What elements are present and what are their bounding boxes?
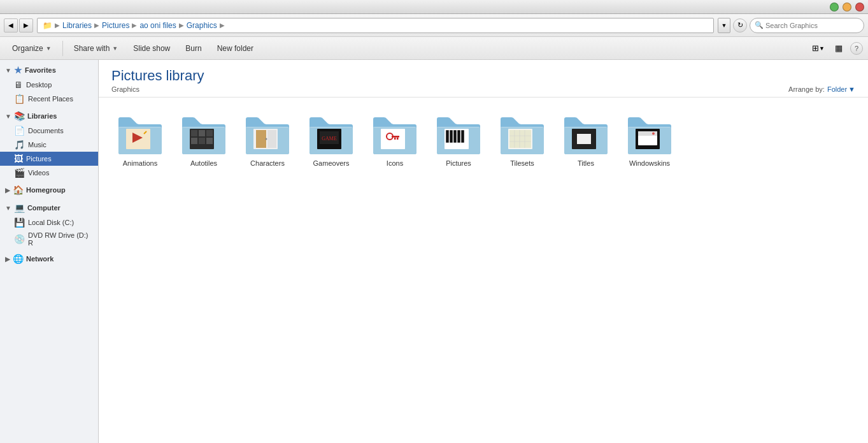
- minimize-button[interactable]: [843, 3, 851, 11]
- folder-svg: [369, 111, 420, 157]
- sidebar-item-videos[interactable]: 🎬 Videos: [0, 166, 98, 180]
- arrange-by: Arrange by: Folder ▼: [788, 85, 855, 93]
- folder-svg: [560, 111, 611, 157]
- help-button[interactable]: ?: [850, 42, 863, 55]
- library-subtitle: Graphics: [111, 85, 204, 93]
- folder-grid: Animations Autotiles: [99, 98, 868, 180]
- folder-icon-wrapper: [433, 111, 484, 157]
- svg-rect-7: [199, 138, 205, 144]
- folder-svg: [242, 111, 293, 157]
- documents-label: Documents: [28, 127, 64, 134]
- organize-button[interactable]: Organize ▼: [5, 40, 59, 57]
- svg-point-39: [652, 133, 655, 135]
- folder-item-animations[interactable]: Animations: [111, 108, 169, 170]
- documents-icon: 📄: [14, 126, 25, 136]
- sidebar-item-recent-places[interactable]: 📋 Recent Places: [0, 92, 98, 106]
- svg-rect-6: [191, 138, 197, 144]
- sidebar-group-homegroup[interactable]: ▶ 🏠 Homegroup: [0, 182, 98, 198]
- sidebar-item-pictures[interactable]: 🖼 Pictures: [0, 152, 98, 166]
- path-graphics[interactable]: Graphics: [187, 21, 217, 30]
- toolbar-separator-1: [62, 41, 63, 56]
- sidebar-item-documents[interactable]: 📄 Documents: [0, 124, 98, 138]
- folder-item-tilesets[interactable]: Tilesets: [494, 108, 551, 170]
- sidebar-group-computer[interactable]: ▼ 💻 Computer: [0, 200, 98, 215]
- svg-rect-28: [509, 130, 531, 148]
- arrange-value-button[interactable]: Folder ▼: [827, 85, 855, 93]
- sidebar-group-favorites[interactable]: ▼ ★ Favorites: [0, 62, 98, 78]
- folder-item-autotiles[interactable]: Autotiles: [175, 108, 232, 170]
- folder-svg: [433, 111, 484, 157]
- folder-label: Autotiles: [190, 159, 217, 167]
- share-with-button[interactable]: Share with ▼: [67, 40, 125, 57]
- thumbnail-view-button[interactable]: ⊞ ▼: [809, 41, 827, 56]
- svg-rect-35: [577, 134, 591, 144]
- folder-icon-wrapper: [242, 111, 293, 157]
- refresh-button[interactable]: ↻: [733, 18, 747, 33]
- folder-item-gameovers[interactable]: GAME Gameovers: [302, 108, 360, 170]
- maximize-button[interactable]: [830, 3, 839, 11]
- svg-rect-25: [457, 130, 460, 143]
- path-ao-oni[interactable]: ao oni files: [139, 21, 176, 30]
- videos-label: Videos: [28, 169, 49, 177]
- path-libraries[interactable]: Libraries: [62, 21, 92, 30]
- back-button[interactable]: ◀: [4, 18, 18, 33]
- local-disk-label: Local Disk (C:): [28, 219, 74, 226]
- path-pictures[interactable]: Pictures: [102, 21, 129, 30]
- organize-arrow: ▼: [46, 45, 52, 52]
- libraries-collapse-icon: ▼: [5, 113, 11, 120]
- folder-item-pictures[interactable]: Pictures: [430, 108, 487, 170]
- computer-collapse-icon: ▼: [5, 205, 11, 212]
- svg-rect-23: [450, 130, 453, 143]
- details-view-icon: ▦: [835, 43, 843, 53]
- folder-icon-wrapper: [624, 111, 675, 157]
- details-view-button[interactable]: ▦: [830, 41, 848, 56]
- dvd-drive-label: DVD RW Drive (D:) R: [28, 231, 93, 247]
- view-dropdown-arrow: ▼: [819, 45, 825, 52]
- burn-button[interactable]: Burn: [178, 40, 208, 57]
- search-wrapper: 🔍: [750, 18, 864, 33]
- svg-rect-8: [206, 138, 213, 144]
- folder-svg: GAME: [306, 111, 357, 157]
- library-title: Pictures library: [111, 68, 204, 84]
- folder-label: Gameovers: [313, 159, 350, 167]
- svg-text:GAME: GAME: [322, 136, 337, 142]
- share-arrow: ▼: [112, 45, 118, 52]
- network-icon: 🌐: [13, 254, 24, 264]
- slideshow-button[interactable]: Slide show: [126, 40, 177, 57]
- search-input[interactable]: [750, 18, 864, 33]
- arrange-label: Arrange by:: [788, 85, 825, 93]
- folder-svg: [115, 111, 166, 157]
- music-label: Music: [28, 141, 46, 149]
- sidebar-section-favorites: ▼ ★ Favorites 🖥 Desktop 📋 Recent Places: [0, 62, 98, 106]
- sidebar-section-homegroup: ▶ 🏠 Homegroup: [0, 182, 98, 198]
- folder-item-characters[interactable]: Characters: [239, 108, 296, 170]
- computer-icon: 💻: [14, 203, 25, 213]
- path-computer-icon: 📁: [43, 21, 52, 30]
- toolbar: Organize ▼ Share with ▼ Slide show Burn …: [0, 37, 868, 60]
- folder-label: Icons: [387, 159, 403, 167]
- folder-item-windowskins[interactable]: Windowskins: [621, 108, 678, 170]
- folder-icon-wrapper: [115, 111, 166, 157]
- network-collapse-icon: ▶: [5, 256, 10, 263]
- path-dropdown-button[interactable]: ▼: [718, 18, 730, 33]
- folder-svg: [624, 111, 675, 157]
- sidebar-group-network[interactable]: ▶ 🌐 Network: [0, 251, 98, 266]
- sidebar-group-libraries[interactable]: ▼ 📚 Libraries: [0, 108, 98, 124]
- svg-rect-16: [381, 129, 405, 149]
- sidebar-item-local-disk[interactable]: 💾 Local Disk (C:): [0, 215, 98, 229]
- forward-button[interactable]: ▶: [19, 18, 33, 33]
- toolbar-right: ⊞ ▼ ▦ ?: [809, 41, 863, 56]
- sidebar-item-music[interactable]: 🎵 Music: [0, 138, 98, 152]
- sidebar-item-desktop[interactable]: 🖥 Desktop: [0, 78, 98, 92]
- new-folder-button[interactable]: New folder: [210, 40, 260, 57]
- favorites-icon: ★: [14, 65, 22, 75]
- sidebar-item-dvd-drive[interactable]: 💿 DVD RW Drive (D:) R: [0, 229, 98, 249]
- folder-label: Windowskins: [629, 159, 670, 167]
- folder-item-icons[interactable]: Icons: [366, 108, 423, 170]
- svg-rect-5: [206, 130, 213, 136]
- sidebar-section-libraries: ▼ 📚 Libraries 📄 Documents 🎵 Music 🖼 Pict…: [0, 108, 98, 180]
- folder-item-titles[interactable]: Titles: [557, 108, 615, 170]
- close-button[interactable]: [855, 3, 864, 11]
- thumbnail-view-icon: ⊞: [812, 43, 819, 53]
- sidebar-section-network: ▶ 🌐 Network: [0, 251, 98, 266]
